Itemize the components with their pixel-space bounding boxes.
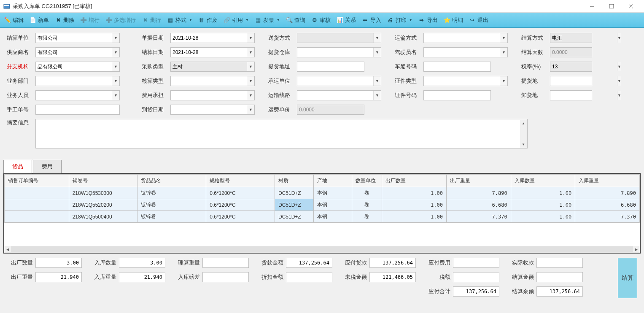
col-header[interactable]: 货品品名 bbox=[137, 175, 206, 187]
payable_goods-input[interactable] bbox=[369, 258, 416, 268]
cell-qty-in[interactable]: 1.00 bbox=[511, 199, 575, 211]
purchase_type-combo[interactable]: ▼ bbox=[170, 62, 255, 72]
settle_method-combo[interactable]: ▼ bbox=[550, 33, 592, 43]
cert_type-input[interactable] bbox=[424, 78, 500, 84]
col-header[interactable]: 出厂数量 bbox=[382, 175, 447, 187]
vehicle_no-input[interactable] bbox=[423, 62, 491, 72]
cell-qty-out[interactable]: 1.00 bbox=[382, 187, 447, 199]
expense_bearer-combo[interactable]: ▼ bbox=[170, 90, 255, 100]
chevron-down-icon[interactable]: ▼ bbox=[112, 48, 119, 57]
chevron-down-icon[interactable]: ▼ bbox=[617, 33, 621, 43]
staff-input[interactable] bbox=[36, 92, 112, 98]
unload_place-input[interactable] bbox=[550, 92, 617, 98]
table-row[interactable]: 218W1Q5500400 镀锌卷 0.6*1200*C DC51D+Z 本钢 … bbox=[5, 211, 640, 223]
col-header[interactable]: 入库重量 bbox=[575, 175, 640, 187]
cell-origin[interactable]: 本钢 bbox=[313, 187, 352, 199]
cell-order[interactable] bbox=[5, 211, 69, 223]
out_qty-input[interactable] bbox=[35, 258, 82, 268]
chevron-down-icon[interactable]: ▼ bbox=[617, 62, 621, 71]
ref-button[interactable]: 🔗引用▼ bbox=[221, 15, 251, 26]
discount-input[interactable] bbox=[286, 272, 332, 282]
scroll-up-icon[interactable]: ▲ bbox=[520, 120, 527, 127]
chevron-down-icon[interactable]: ▼ bbox=[112, 76, 119, 86]
untaxed-input[interactable] bbox=[369, 272, 416, 282]
arrive_date-input[interactable] bbox=[171, 107, 247, 113]
query-button[interactable]: 🔍查询 bbox=[283, 15, 308, 26]
relation-button[interactable]: 📊关系 bbox=[334, 15, 358, 26]
scroll-down-icon[interactable]: ▼ bbox=[520, 141, 527, 148]
cell-order[interactable] bbox=[5, 199, 69, 211]
audit-button[interactable]: ⚙审核 bbox=[309, 15, 333, 26]
col-header[interactable]: 钢卷号 bbox=[69, 175, 137, 187]
cert_type-combo[interactable]: ▼ bbox=[423, 76, 508, 86]
cell-wt-in[interactable]: 7.370 bbox=[575, 211, 640, 223]
in_wt-input[interactable] bbox=[119, 272, 165, 282]
settle_date-combo[interactable]: ▼ bbox=[170, 47, 255, 57]
supplier-combo[interactable]: ▼ bbox=[35, 47, 120, 57]
actual_recv-input[interactable] bbox=[536, 258, 583, 268]
cell-wt-out[interactable]: 6.680 bbox=[447, 199, 511, 211]
col-header[interactable]: 销售订单编号 bbox=[5, 175, 69, 187]
print-button[interactable]: 🖨打印▼ bbox=[385, 15, 415, 26]
settle_date-input[interactable] bbox=[171, 49, 247, 55]
driver-combo[interactable]: ▼ bbox=[423, 47, 508, 57]
cell-origin[interactable]: 本钢 bbox=[313, 199, 352, 211]
tax_rate-input[interactable] bbox=[550, 64, 617, 70]
in_diff-input[interactable] bbox=[202, 272, 249, 282]
goods_amt-input[interactable] bbox=[286, 258, 332, 268]
unload_place-combo[interactable]: ▼ bbox=[550, 90, 592, 100]
cell-qty-in[interactable]: 1.00 bbox=[511, 187, 575, 199]
driver-input[interactable] bbox=[424, 49, 500, 55]
table-row[interactable]: 218W1Q5530300 镀锌卷 0.6*1200*C DC51D+Z 本钢 … bbox=[5, 187, 640, 199]
cell-name[interactable]: 镀锌卷 bbox=[137, 199, 206, 211]
invoice-button[interactable]: ▦发票▼ bbox=[252, 15, 283, 26]
close-button[interactable] bbox=[621, 0, 641, 13]
chevron-down-icon[interactable]: ▼ bbox=[247, 105, 254, 114]
route-combo[interactable]: ▼ bbox=[297, 90, 381, 100]
cell-name[interactable]: 镀锌卷 bbox=[137, 187, 206, 199]
supplier-input[interactable] bbox=[36, 49, 112, 55]
export-button[interactable]: ➡导出 bbox=[416, 15, 440, 26]
out_wt-input[interactable] bbox=[35, 272, 82, 282]
import-button[interactable]: ⬅导入 bbox=[359, 15, 384, 26]
tab-费用[interactable]: 费用 bbox=[33, 160, 62, 173]
chevron-down-icon[interactable]: ▼ bbox=[500, 76, 507, 86]
cert_no-input[interactable] bbox=[423, 90, 491, 100]
format-button[interactable]: ▦格式▼ bbox=[164, 15, 195, 26]
cell-spec[interactable]: 0.6*1200*C bbox=[206, 187, 275, 199]
edit-button[interactable]: ✏️编辑 bbox=[2, 15, 26, 26]
cell-unit[interactable]: 卷 bbox=[352, 199, 382, 211]
cell-coil[interactable]: 218W1Q5520200 bbox=[69, 199, 137, 211]
tax_rate-combo[interactable]: ▼ bbox=[550, 62, 592, 72]
scroll-left-icon[interactable]: ◀ bbox=[4, 246, 11, 253]
chevron-down-icon[interactable]: ▼ bbox=[112, 33, 119, 43]
scroll-right-icon[interactable]: ▶ bbox=[633, 246, 640, 253]
carrier-combo[interactable]: ▼ bbox=[297, 76, 381, 86]
cell-spec[interactable]: 0.6*1200*C bbox=[206, 199, 275, 211]
cell-origin[interactable]: 本钢 bbox=[313, 211, 352, 223]
settle_unit-combo[interactable]: ▼ bbox=[35, 33, 120, 43]
new-button[interactable]: 📄新单 bbox=[27, 15, 51, 26]
chevron-down-icon[interactable]: ▼ bbox=[373, 33, 381, 43]
minimize-button[interactable] bbox=[582, 0, 602, 13]
pickup_wh-combo[interactable]: ▼ bbox=[297, 47, 381, 57]
col-header[interactable]: 规格型号 bbox=[206, 175, 275, 187]
in_qty-input[interactable] bbox=[119, 258, 165, 268]
cell-coil[interactable]: 218W1Q5530300 bbox=[69, 187, 137, 199]
delivery_method-combo[interactable]: ▼ bbox=[297, 33, 381, 43]
cell-coil[interactable]: 218W1Q5500400 bbox=[69, 211, 137, 223]
chevron-down-icon[interactable]: ▼ bbox=[617, 76, 621, 86]
exit-button[interactable]: ↪退出 bbox=[466, 15, 491, 26]
cell-spec[interactable]: 0.6*1200*C bbox=[206, 211, 275, 223]
manual_no-input[interactable] bbox=[35, 105, 120, 115]
cell-qty-out[interactable]: 1.00 bbox=[382, 199, 447, 211]
transport_method-input[interactable] bbox=[424, 35, 500, 41]
col-header[interactable]: 入库数量 bbox=[511, 175, 575, 187]
cell-wt-in[interactable]: 7.890 bbox=[575, 187, 640, 199]
doc_date-combo[interactable]: ▼ bbox=[170, 33, 255, 43]
cell-wt-out[interactable]: 7.890 bbox=[447, 187, 511, 199]
staff-combo[interactable]: ▼ bbox=[35, 90, 120, 100]
table-row[interactable]: 218W1Q5520200 镀锌卷 0.6*1200*C DC51D+Z 本钢 … bbox=[5, 199, 640, 211]
void-button[interactable]: 🗑作废 bbox=[196, 15, 220, 26]
cell-material[interactable]: DC51D+Z bbox=[275, 187, 314, 199]
